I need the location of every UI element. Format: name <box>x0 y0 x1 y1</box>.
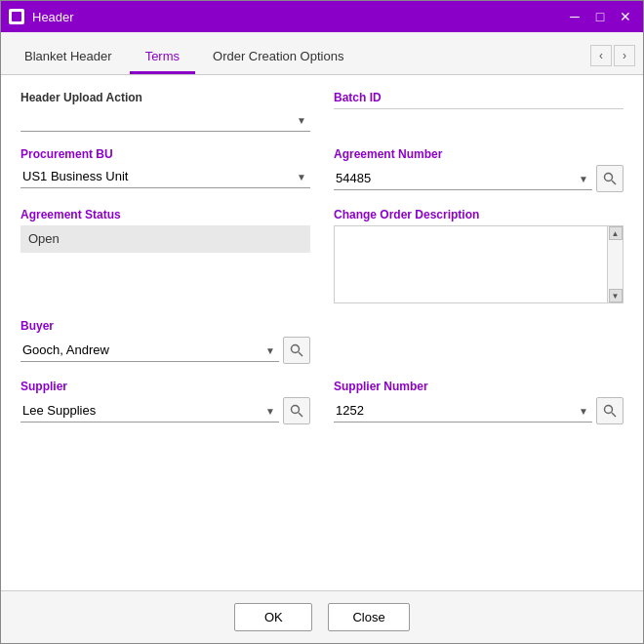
change-order-description-textarea-wrapper: ▲ ▼ <box>334 225 624 303</box>
svg-line-2 <box>612 181 616 184</box>
minimize-button[interactable]: ─ <box>565 7 584 26</box>
textarea-content <box>335 226 623 302</box>
search-icon <box>290 404 303 418</box>
footer: OK Close <box>1 590 643 643</box>
tab-order-creation-options[interactable]: Order Creation Options <box>197 41 359 74</box>
agreement-status-value: Open <box>20 225 310 253</box>
search-icon <box>603 172 617 185</box>
agreement-number-select[interactable]: 54485 <box>334 167 592 190</box>
tab-terms[interactable]: Terms <box>130 41 195 74</box>
form-content: Header Upload Action ▼ Batch ID Procurem… <box>1 75 643 590</box>
tab-navigation: ‹ › <box>590 45 635 66</box>
header-upload-action-select[interactable] <box>20 108 310 132</box>
supplier-number-select[interactable]: 1252 <box>334 399 592 423</box>
supplier-number-label: Supplier Number <box>334 380 624 393</box>
buyer-group: Buyer Gooch, Andrew ▼ <box>20 319 310 364</box>
svg-point-3 <box>292 345 300 353</box>
svg-point-5 <box>292 406 300 414</box>
search-icon <box>603 404 617 418</box>
window-title: Header <box>32 10 565 24</box>
tab-blanket-header[interactable]: Blanket Header <box>9 41 128 74</box>
form-grid: Header Upload Action ▼ Batch ID Procurem… <box>20 91 624 440</box>
buyer-select-wrapper: Gooch, Andrew ▼ <box>20 339 279 362</box>
window-controls: ─ □ ✕ <box>565 7 635 26</box>
batch-id-group: Batch ID <box>334 91 624 132</box>
agreement-status-group: Agreement Status Open <box>20 208 310 303</box>
supplier-number-select-wrapper: 1252 ▼ <box>334 399 592 423</box>
supplier-number-group: Supplier Number 1252 ▼ <box>334 380 624 424</box>
buyer-label: Buyer <box>20 319 310 333</box>
title-bar: Header ─ □ ✕ <box>1 1 643 32</box>
close-button[interactable]: ✕ <box>616 7 635 26</box>
scroll-track <box>608 240 623 289</box>
supplier-select[interactable]: Lee Supplies <box>20 399 279 423</box>
tab-bar: Blanket Header Terms Order Creation Opti… <box>1 32 643 75</box>
supplier-label: Supplier <box>20 380 310 393</box>
svg-point-7 <box>605 406 613 414</box>
agreement-number-search-button[interactable] <box>596 165 624 192</box>
supplier-select-wrapper: Lee Supplies ▼ <box>20 399 279 423</box>
supplier-wrapper: Lee Supplies ▼ <box>20 397 310 424</box>
app-icon <box>9 9 24 24</box>
svg-line-6 <box>299 413 302 417</box>
agreement-status-label: Agreement Status <box>20 208 310 221</box>
procurement-bu-label: Procurement BU <box>20 147 310 161</box>
buyer-search-button[interactable] <box>283 337 310 364</box>
supplier-group: Supplier Lee Supplies ▼ <box>20 380 310 424</box>
close-button[interactable]: Close <box>328 603 409 631</box>
svg-line-8 <box>612 413 616 417</box>
header-upload-action-label: Header Upload Action <box>20 91 310 104</box>
buyer-wrapper: Gooch, Andrew ▼ <box>20 337 310 364</box>
agreement-number-wrapper: 54485 ▼ <box>334 165 624 192</box>
header-upload-action-wrapper: ▼ <box>20 108 310 132</box>
agreement-number-label: Agreement Number <box>334 147 624 161</box>
change-order-description-label: Change Order Description <box>334 208 624 221</box>
header-upload-action-group: Header Upload Action ▼ <box>20 91 310 132</box>
buyer-select[interactable]: Gooch, Andrew <box>20 339 279 362</box>
procurement-bu-wrapper: US1 Business Unit ▼ <box>20 165 310 188</box>
svg-line-4 <box>299 352 302 356</box>
change-order-description-textarea[interactable] <box>335 226 605 302</box>
supplier-number-search-button[interactable] <box>596 397 624 424</box>
procurement-bu-select[interactable]: US1 Business Unit <box>20 165 310 188</box>
supplier-search-button[interactable] <box>283 397 310 424</box>
batch-id-label: Batch ID <box>334 91 624 104</box>
main-window: Header ─ □ ✕ Blanket Header Terms Order … <box>0 0 644 644</box>
agreement-number-group: Agreement Number 54485 ▼ <box>334 147 624 192</box>
agreement-number-select-wrapper: 54485 ▼ <box>334 167 592 190</box>
scroll-down-arrow[interactable]: ▼ <box>609 289 623 302</box>
change-order-description-group: Change Order Description ▲ ▼ <box>334 208 624 303</box>
restore-button[interactable]: □ <box>590 7 610 26</box>
svg-point-1 <box>605 174 613 181</box>
scroll-up-arrow[interactable]: ▲ <box>609 226 623 240</box>
procurement-bu-group: Procurement BU US1 Business Unit ▼ <box>20 147 310 192</box>
textarea-scrollbar: ▲ ▼ <box>607 226 623 302</box>
svg-rect-0 <box>12 12 21 21</box>
ok-button[interactable]: OK <box>234 603 312 631</box>
tab-back-button[interactable]: ‹ <box>590 45 612 66</box>
tab-forward-button[interactable]: › <box>614 45 635 66</box>
supplier-number-wrapper: 1252 ▼ <box>334 397 624 424</box>
search-icon <box>290 343 303 357</box>
empty-group-4 <box>334 319 624 364</box>
